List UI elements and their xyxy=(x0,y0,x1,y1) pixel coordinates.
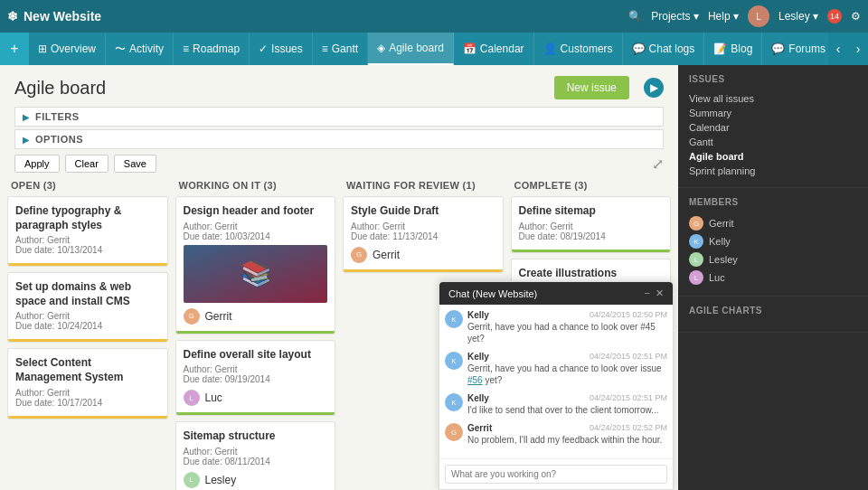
nav-arrows: ‹ › xyxy=(828,33,868,65)
chat-minimize-icon[interactable]: − xyxy=(645,287,650,299)
options-arrow-icon: ▶ xyxy=(23,135,30,145)
nav-label-activity: Activity xyxy=(129,42,164,55)
sidebar-link-agile[interactable]: Agile board xyxy=(689,149,857,164)
card-assignee: L Luc xyxy=(184,388,328,408)
card-setup-domains[interactable]: Set up domains & web space and install C… xyxy=(7,272,168,343)
filters-label: FILTERS xyxy=(35,111,80,122)
calendar-icon: 📅 xyxy=(463,42,476,55)
card-title: Select Content Management System xyxy=(15,356,160,384)
avatar[interactable]: L xyxy=(748,5,769,27)
member-kelly[interactable]: K Kelly xyxy=(689,232,857,250)
new-issue-button[interactable]: New issue xyxy=(554,76,629,99)
chat-text: I'd like to send that over to the client… xyxy=(467,404,667,416)
sidebar-link-summary[interactable]: Summary xyxy=(689,106,857,120)
snowflake-icon: ❄ xyxy=(7,9,18,24)
card-author: Author: Gerrit xyxy=(184,221,328,231)
roadmap-icon: ≡ xyxy=(183,42,189,55)
card-assignee: G Gerrit xyxy=(351,245,495,265)
card-bar xyxy=(8,339,167,342)
search-icon[interactable]: 🔍 xyxy=(628,10,642,23)
card-title: Sitemap structure xyxy=(184,429,328,444)
nav-next-arrow[interactable]: › xyxy=(848,33,868,65)
card-sitemap-structure[interactable]: Sitemap structure Author: Gerrit Due dat… xyxy=(175,421,336,490)
member-lesley-name: Lesley xyxy=(709,254,738,265)
nav-item-agile[interactable]: ◈ Agile board xyxy=(368,33,454,65)
chat-avatar-kelly: K xyxy=(445,310,463,328)
nav-item-gantt[interactable]: ≡ Gantt xyxy=(313,33,368,65)
chat-input[interactable] xyxy=(445,465,667,484)
chat-close-icon[interactable]: ✕ xyxy=(656,287,664,299)
sidebar-link-sprint[interactable]: Sprint planning xyxy=(689,164,857,178)
chat-text: Gerrit, have you had a chance to look ov… xyxy=(467,321,667,344)
apply-button[interactable]: Apply xyxy=(14,155,60,173)
sidebar-link-gantt[interactable]: Gantt xyxy=(689,135,857,149)
card-bar xyxy=(176,331,335,334)
page-header: Agile board New issue ▶ xyxy=(0,65,678,107)
sidebar-link-viewall[interactable]: View all issues xyxy=(689,91,857,106)
member-luc-avatar: L xyxy=(689,270,703,285)
card-author: Author: Gerrit xyxy=(15,388,160,398)
card-author: Author: Gerrit xyxy=(184,447,328,457)
save-button[interactable]: Save xyxy=(114,155,156,173)
column-open-cards: Define typography & paragraph styles Aut… xyxy=(7,196,168,419)
card-style-guide[interactable]: Style Guide Draft Author: Gerrit Due dat… xyxy=(343,196,504,273)
assignee-avatar: L xyxy=(184,472,200,488)
column-working-header: WORKING ON IT (3) xyxy=(175,176,336,196)
settings-icon[interactable]: ⚙ xyxy=(851,10,861,23)
clear-button[interactable]: Clear xyxy=(65,155,108,173)
chat-msg-body: Kelly 04/24/2015 02:51 PM Gerrit, have y… xyxy=(467,352,667,386)
card-site-layout[interactable]: Define overall site layout Author: Gerri… xyxy=(175,340,336,417)
lesley-menu[interactable]: Lesley ▾ xyxy=(778,10,818,23)
column-open-header: OPEN (3) xyxy=(7,176,168,196)
chatlogs-icon: 💬 xyxy=(632,42,646,55)
chat-link[interactable]: #56 xyxy=(467,375,483,385)
options-bar[interactable]: ▶ OPTIONS xyxy=(14,129,664,149)
nav-item-customers[interactable]: 👤 Customers xyxy=(534,33,623,65)
sidebar-link-calendar[interactable]: Calendar xyxy=(689,120,857,135)
chat-time: 04/24/2015 02:50 PM xyxy=(590,310,667,320)
chat-sender: Gerrit xyxy=(467,423,492,433)
add-button[interactable]: + xyxy=(0,33,29,65)
chat-sender: Kelly xyxy=(467,393,489,403)
nav-label-issues: Issues xyxy=(271,42,303,55)
expand-button[interactable]: ▶ xyxy=(644,78,664,98)
card-author: Author: Gerrit xyxy=(15,311,160,321)
card-title: Define overall site layout xyxy=(184,348,328,363)
chat-text: Gerrit, have you had a chance to look ov… xyxy=(467,363,667,386)
projects-menu[interactable]: Projects ▾ xyxy=(651,10,699,23)
nav-label-agile: Agile board xyxy=(389,42,444,54)
column-review-header: WAITING FOR REVIEW (1) xyxy=(343,176,504,196)
card-bar xyxy=(8,416,167,419)
notification-badge[interactable]: 14 xyxy=(827,9,842,24)
chat-header: Chat (New Website) − ✕ xyxy=(439,282,673,305)
nav-item-chatlogs[interactable]: 💬 Chat logs xyxy=(623,33,705,65)
card-due: Due date: 09/19/2014 xyxy=(184,374,328,384)
nav-item-issues[interactable]: ✓ Issues xyxy=(250,33,313,65)
nav-item-calendar[interactable]: 📅 Calendar xyxy=(454,33,534,65)
card-bar xyxy=(176,412,335,415)
member-luc[interactable]: L Luc xyxy=(689,269,857,287)
card-define-typography[interactable]: Define typography & paragraph styles Aut… xyxy=(7,196,168,267)
nav-item-activity[interactable]: 〜 Activity xyxy=(106,33,174,65)
card-author: Author: Gerrit xyxy=(519,221,664,231)
sidebar-charts-title: AGILE CHARTS xyxy=(689,306,857,316)
fullscreen-icon[interactable]: ⤢ xyxy=(652,155,664,173)
issues-icon: ✓ xyxy=(259,42,268,55)
sidebar-issues-section: ISSUES View all issues Summary Calendar … xyxy=(678,65,868,188)
nav-item-roadmap[interactable]: ≡ Roadmap xyxy=(174,33,250,65)
filters-bar[interactable]: ▶ FILTERS xyxy=(14,107,664,127)
card-define-sitemap[interactable]: Define sitemap Author: Gerrit Due date: … xyxy=(511,196,672,253)
nav-item-blog[interactable]: 📝 Blog xyxy=(704,33,762,65)
nav-item-forums[interactable]: 💬 Forums xyxy=(762,33,828,65)
filters-arrow-icon: ▶ xyxy=(23,112,30,122)
card-design-header[interactable]: Design header and footer Author: Gerrit … xyxy=(175,196,336,335)
nav-prev-arrow[interactable]: ‹ xyxy=(828,33,848,65)
help-menu[interactable]: Help ▾ xyxy=(708,10,739,23)
chat-message-2: K Kelly 04/24/2015 02:51 PM Gerrit, have… xyxy=(445,352,667,386)
nav-item-overview[interactable]: ⊞ Overview xyxy=(29,33,106,65)
gantt-icon: ≡ xyxy=(322,42,328,55)
member-gerrit[interactable]: G Gerrit xyxy=(689,214,857,232)
member-lesley[interactable]: L Lesley xyxy=(689,250,857,269)
card-select-cms[interactable]: Select Content Management System Author:… xyxy=(7,348,168,419)
card-author: Author: Gerrit xyxy=(351,221,495,231)
